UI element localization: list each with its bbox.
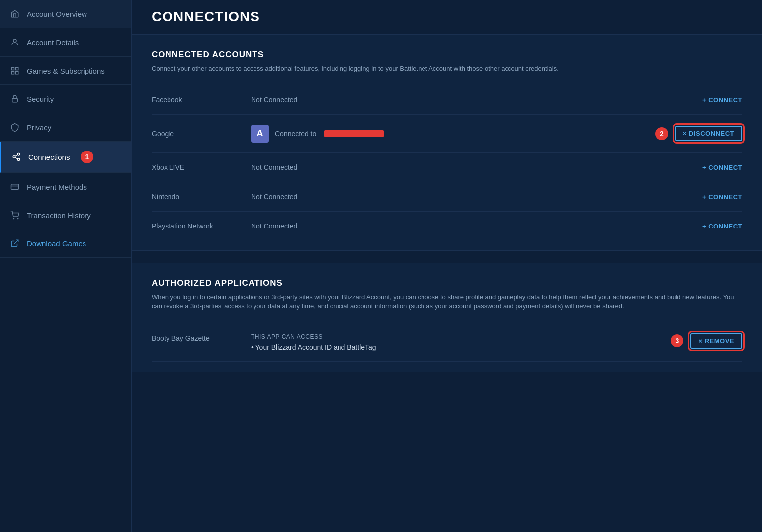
svg-point-7 [13,156,15,158]
sidebar-item-privacy[interactable]: Privacy [0,113,131,142]
connection-row-xbox: Xbox LIVE Not Connected + CONNECT [152,153,742,182]
action-xbox[interactable]: + CONNECT [702,163,742,172]
svg-rect-1 [11,67,14,70]
share-icon [11,152,21,162]
svg-rect-2 [16,67,18,70]
sidebar-item-account-details-label: Account Details [27,38,79,47]
sidebar-item-privacy-label: Privacy [27,123,51,132]
app-access-booty-bay: THIS APP CAN ACCESS Your Blizzard Accoun… [251,333,671,351]
svg-rect-11 [11,184,19,190]
authorized-applications-section: AUTHORIZED APPLICATIONS When you log in … [132,263,762,372]
disconnect-google-button[interactable]: × DISCONNECT [675,126,742,141]
svg-rect-4 [16,72,18,74]
sidebar-item-connections[interactable]: Connections 1 [0,142,131,173]
redacted-email-bar [324,130,384,137]
connection-row-nintendo: Nintendo Not Connected + CONNECT [152,182,742,212]
google-avatar: A [251,125,269,143]
svg-line-15 [14,240,18,244]
sidebar-item-download-games[interactable]: Download Games [0,229,131,258]
connected-accounts-section: CONNECTED ACCOUNTS Connect your other ac… [132,34,762,251]
connections-label-wrap: Connections [28,153,70,161]
svg-line-9 [15,157,17,159]
external-link-icon [10,238,20,248]
connect-nintendo-button[interactable]: + CONNECT [702,193,742,201]
connect-facebook-button[interactable]: + CONNECT [702,96,742,104]
connection-row-facebook: Facebook Not Connected + CONNECT [152,85,742,115]
platform-google: Google [152,130,251,138]
connected-to-text: Connected to [275,130,316,138]
grid-icon [10,66,20,76]
sidebar-item-security-label: Security [27,95,54,103]
page-title: CONNECTIONS [132,0,762,34]
connect-psn-button[interactable]: + CONNECT [702,223,742,230]
remove-booty-bay-button[interactable]: × REMOVE [690,333,742,349]
credit-card-icon [10,182,20,192]
svg-line-10 [15,155,17,156]
status-nintendo: Not Connected [251,193,702,201]
annotation-2: 2 [655,127,668,140]
sidebar: Account Overview Account Details Games &… [0,0,132,532]
connection-row-google: Google A Connected to 2 × DISCONNECT [152,115,742,153]
content-area: CONNECTED ACCOUNTS Connect your other ac… [132,34,762,532]
svg-point-13 [13,218,14,219]
app-name-booty-bay: Booty Bay Gazette [152,333,251,342]
action-psn[interactable]: + CONNECT [702,222,742,230]
cart-icon [10,210,20,220]
svg-point-14 [17,218,18,219]
connected-accounts-heading: CONNECTED ACCOUNTS [152,50,742,60]
sidebar-item-account-details[interactable]: Account Details [0,28,131,57]
sidebar-item-account-overview-label: Account Overview [27,10,87,18]
sidebar-item-account-overview[interactable]: Account Overview [0,0,131,28]
svg-point-8 [17,158,20,161]
action-google[interactable]: 2 × DISCONNECT [655,126,742,141]
status-google: A Connected to [251,125,655,143]
connect-xbox-button[interactable]: + CONNECT [702,164,742,171]
main-content: CONNECTIONS CONNECTED ACCOUNTS Connect y… [132,0,762,532]
app-row-booty-bay: Booty Bay Gazette THIS APP CAN ACCESS Yo… [152,323,742,362]
sidebar-item-download-label: Download Games [27,239,86,248]
sidebar-item-transaction-label: Transaction History [27,211,91,220]
app-access-label: THIS APP CAN ACCESS [251,333,671,340]
platform-xbox: Xbox LIVE [152,163,251,171]
platform-facebook: Facebook [152,96,251,104]
status-xbox: Not Connected [251,163,702,171]
privacy-icon [10,122,20,132]
sidebar-item-games-subscriptions[interactable]: Games & Subscriptions [0,57,131,85]
platform-nintendo: Nintendo [152,193,251,201]
sidebar-item-payment-methods[interactable]: Payment Methods [0,173,131,201]
user-icon [10,37,20,47]
authorized-apps-desc: When you log in to certain applications … [152,292,742,311]
connection-row-psn: Playstation Network Not Connected + CONN… [152,212,742,240]
status-psn: Not Connected [251,222,702,230]
connected-accounts-desc: Connect your other accounts to access ad… [152,64,742,74]
svg-point-6 [17,153,20,156]
sidebar-item-payment-label: Payment Methods [27,183,87,191]
action-facebook[interactable]: + CONNECT [702,95,742,104]
annotation-1: 1 [81,151,93,163]
svg-point-0 [13,39,16,42]
home-icon [10,9,20,19]
status-facebook: Not Connected [251,96,702,104]
platform-psn: Playstation Network [152,222,251,230]
sidebar-item-transaction-history[interactable]: Transaction History [0,201,131,229]
action-nintendo[interactable]: + CONNECT [702,192,742,201]
action-booty-bay[interactable]: 3 × REMOVE [671,333,742,349]
app-access-item-0: Your Blizzard Account ID and BattleTag [251,343,671,351]
authorized-apps-heading: AUTHORIZED APPLICATIONS [152,278,742,288]
svg-rect-3 [11,72,14,74]
lock-icon [10,94,20,104]
svg-rect-5 [12,98,18,102]
annotation-3: 3 [671,334,683,347]
sidebar-item-security[interactable]: Security [0,85,131,113]
sidebar-item-games-label: Games & Subscriptions [27,67,105,75]
sidebar-item-connections-label: Connections [28,153,70,161]
